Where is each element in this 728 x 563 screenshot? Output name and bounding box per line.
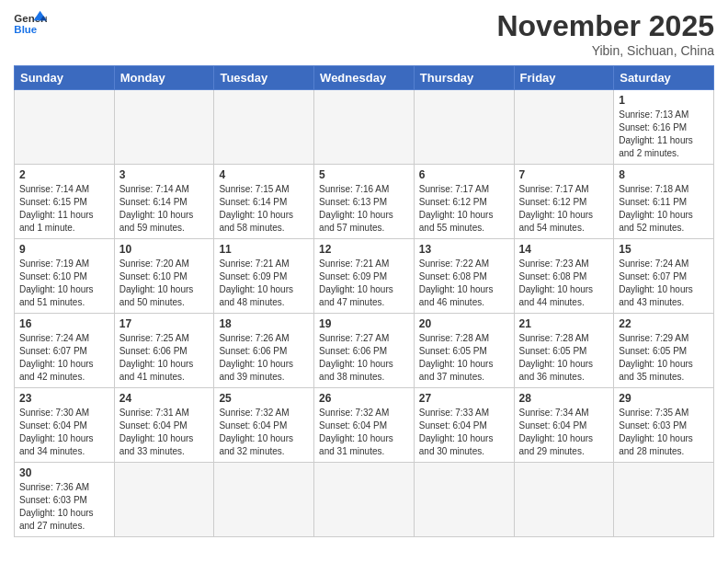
calendar-cell: 24Sunrise: 7:31 AM Sunset: 6:04 PM Dayli…: [114, 388, 214, 463]
day-info: Sunrise: 7:33 AM Sunset: 6:04 PM Dayligh…: [419, 407, 509, 458]
calendar-header-row: SundayMondayTuesdayWednesdayThursdayFrid…: [15, 66, 714, 90]
page: General Blue November 2025 Yibin, Sichua…: [0, 0, 728, 546]
calendar-cell: [114, 90, 214, 165]
day-number: 17: [119, 317, 210, 330]
day-number: 12: [319, 243, 409, 256]
col-header-wednesday: Wednesday: [314, 66, 415, 90]
calendar-cell: 11Sunrise: 7:21 AM Sunset: 6:09 PM Dayli…: [214, 239, 314, 314]
day-number: 24: [119, 392, 210, 405]
day-number: 6: [419, 168, 509, 181]
calendar-cell: [314, 90, 415, 165]
day-info: Sunrise: 7:17 AM Sunset: 6:12 PM Dayligh…: [519, 183, 609, 235]
calendar-cell: [15, 90, 115, 165]
day-info: Sunrise: 7:17 AM Sunset: 6:12 PM Dayligh…: [419, 183, 509, 235]
day-info: Sunrise: 7:28 AM Sunset: 6:05 PM Dayligh…: [419, 332, 509, 384]
day-info: Sunrise: 7:34 AM Sunset: 6:04 PM Dayligh…: [519, 407, 609, 458]
col-header-saturday: Saturday: [614, 66, 714, 90]
calendar-cell: [414, 90, 514, 165]
calendar-cell: 6Sunrise: 7:17 AM Sunset: 6:12 PM Daylig…: [414, 165, 514, 239]
day-info: Sunrise: 7:21 AM Sunset: 6:09 PM Dayligh…: [319, 258, 409, 309]
calendar-cell: 3Sunrise: 7:14 AM Sunset: 6:14 PM Daylig…: [114, 165, 214, 239]
col-header-thursday: Thursday: [414, 66, 514, 90]
day-number: 20: [419, 317, 509, 330]
calendar-cell: 25Sunrise: 7:32 AM Sunset: 6:04 PM Dayli…: [214, 388, 314, 463]
day-number: 7: [519, 168, 609, 181]
day-info: Sunrise: 7:15 AM Sunset: 6:14 PM Dayligh…: [219, 183, 309, 235]
day-info: Sunrise: 7:30 AM Sunset: 6:04 PM Dayligh…: [19, 407, 109, 458]
day-number: 15: [619, 243, 709, 256]
calendar-cell: 19Sunrise: 7:27 AM Sunset: 6:06 PM Dayli…: [314, 314, 415, 388]
day-number: 21: [519, 317, 609, 330]
calendar-cell: 20Sunrise: 7:28 AM Sunset: 6:05 PM Dayli…: [414, 314, 514, 388]
day-number: 26: [319, 392, 409, 405]
day-info: Sunrise: 7:26 AM Sunset: 6:06 PM Dayligh…: [219, 332, 309, 384]
calendar-cell: [114, 463, 214, 537]
logo-icon: General Blue: [14, 9, 47, 37]
week-row-0: 1Sunrise: 7:13 AM Sunset: 6:16 PM Daylig…: [15, 90, 714, 165]
day-number: 25: [219, 392, 309, 405]
calendar-cell: [514, 90, 614, 165]
calendar-cell: 16Sunrise: 7:24 AM Sunset: 6:07 PM Dayli…: [15, 314, 115, 388]
day-number: 30: [19, 466, 109, 479]
month-title: November 2025: [496, 9, 714, 43]
header: General Blue November 2025 Yibin, Sichua…: [14, 9, 714, 58]
col-header-sunday: Sunday: [15, 66, 115, 90]
day-info: Sunrise: 7:14 AM Sunset: 6:14 PM Dayligh…: [119, 183, 210, 235]
calendar-cell: 23Sunrise: 7:30 AM Sunset: 6:04 PM Dayli…: [15, 388, 115, 463]
col-header-monday: Monday: [114, 66, 214, 90]
calendar-cell: 9Sunrise: 7:19 AM Sunset: 6:10 PM Daylig…: [15, 239, 115, 314]
calendar-cell: 12Sunrise: 7:21 AM Sunset: 6:09 PM Dayli…: [314, 239, 415, 314]
day-info: Sunrise: 7:16 AM Sunset: 6:13 PM Dayligh…: [319, 183, 409, 235]
calendar: SundayMondayTuesdayWednesdayThursdayFrid…: [14, 65, 714, 537]
calendar-cell: 5Sunrise: 7:16 AM Sunset: 6:13 PM Daylig…: [314, 165, 415, 239]
calendar-cell: [214, 90, 314, 165]
day-number: 18: [219, 317, 309, 330]
day-number: 2: [19, 168, 109, 181]
day-number: 8: [619, 168, 709, 181]
day-number: 22: [619, 317, 709, 330]
calendar-cell: 4Sunrise: 7:15 AM Sunset: 6:14 PM Daylig…: [214, 165, 314, 239]
calendar-cell: 27Sunrise: 7:33 AM Sunset: 6:04 PM Dayli…: [414, 388, 514, 463]
calendar-cell: 29Sunrise: 7:35 AM Sunset: 6:03 PM Dayli…: [614, 388, 714, 463]
calendar-cell: 26Sunrise: 7:32 AM Sunset: 6:04 PM Dayli…: [314, 388, 415, 463]
week-row-1: 2Sunrise: 7:14 AM Sunset: 6:15 PM Daylig…: [15, 165, 714, 239]
day-info: Sunrise: 7:13 AM Sunset: 6:16 PM Dayligh…: [619, 109, 709, 160]
calendar-cell: 17Sunrise: 7:25 AM Sunset: 6:06 PM Dayli…: [114, 314, 214, 388]
location: Yibin, Sichuan, China: [496, 43, 714, 58]
day-number: 19: [319, 317, 409, 330]
day-info: Sunrise: 7:32 AM Sunset: 6:04 PM Dayligh…: [319, 407, 409, 458]
day-number: 28: [519, 392, 609, 405]
calendar-cell: [314, 463, 415, 537]
day-info: Sunrise: 7:36 AM Sunset: 6:03 PM Dayligh…: [19, 481, 109, 533]
day-info: Sunrise: 7:23 AM Sunset: 6:08 PM Dayligh…: [519, 258, 609, 309]
col-header-friday: Friday: [514, 66, 614, 90]
week-row-4: 23Sunrise: 7:30 AM Sunset: 6:04 PM Dayli…: [15, 388, 714, 463]
day-info: Sunrise: 7:24 AM Sunset: 6:07 PM Dayligh…: [619, 258, 709, 309]
day-info: Sunrise: 7:20 AM Sunset: 6:10 PM Dayligh…: [119, 258, 210, 309]
calendar-cell: [514, 463, 614, 537]
logo: General Blue: [14, 9, 47, 37]
day-number: 10: [119, 243, 210, 256]
day-number: 16: [19, 317, 109, 330]
calendar-cell: 7Sunrise: 7:17 AM Sunset: 6:12 PM Daylig…: [514, 165, 614, 239]
calendar-cell: 13Sunrise: 7:22 AM Sunset: 6:08 PM Dayli…: [414, 239, 514, 314]
calendar-cell: 1Sunrise: 7:13 AM Sunset: 6:16 PM Daylig…: [614, 90, 714, 165]
day-number: 11: [219, 243, 309, 256]
week-row-5: 30Sunrise: 7:36 AM Sunset: 6:03 PM Dayli…: [15, 463, 714, 537]
day-number: 23: [19, 392, 109, 405]
calendar-cell: 30Sunrise: 7:36 AM Sunset: 6:03 PM Dayli…: [15, 463, 115, 537]
day-number: 5: [319, 168, 409, 181]
day-info: Sunrise: 7:32 AM Sunset: 6:04 PM Dayligh…: [219, 407, 309, 458]
day-number: 1: [619, 94, 709, 107]
day-info: Sunrise: 7:24 AM Sunset: 6:07 PM Dayligh…: [19, 332, 109, 384]
day-info: Sunrise: 7:14 AM Sunset: 6:15 PM Dayligh…: [19, 183, 109, 235]
calendar-cell: 8Sunrise: 7:18 AM Sunset: 6:11 PM Daylig…: [614, 165, 714, 239]
calendar-cell: [214, 463, 314, 537]
day-number: 4: [219, 168, 309, 181]
calendar-cell: 28Sunrise: 7:34 AM Sunset: 6:04 PM Dayli…: [514, 388, 614, 463]
day-number: 9: [19, 243, 109, 256]
calendar-cell: 21Sunrise: 7:28 AM Sunset: 6:05 PM Dayli…: [514, 314, 614, 388]
day-info: Sunrise: 7:19 AM Sunset: 6:10 PM Dayligh…: [19, 258, 109, 309]
day-number: 29: [619, 392, 709, 405]
title-block: November 2025 Yibin, Sichuan, China: [496, 9, 714, 58]
